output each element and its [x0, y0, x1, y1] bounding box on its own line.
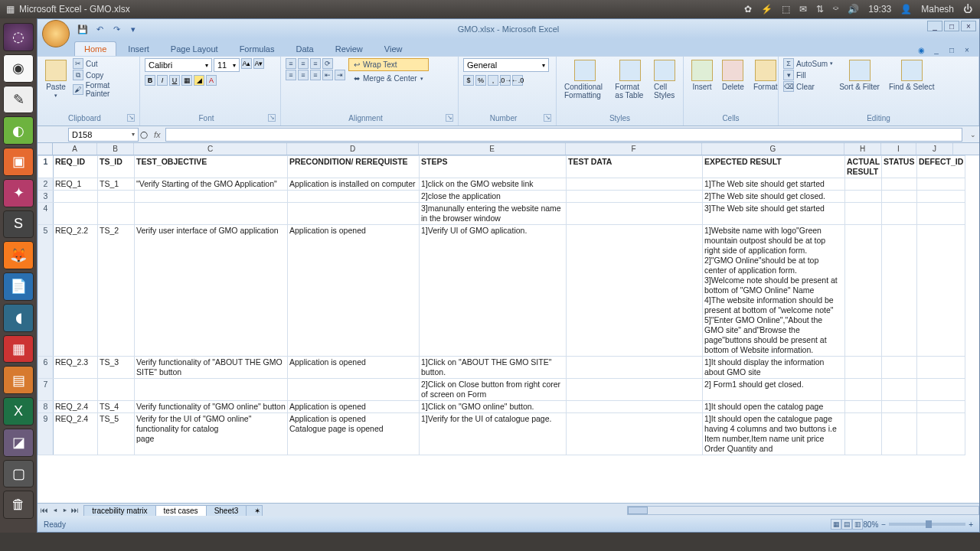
office-button[interactable] — [42, 20, 70, 47]
align-top-icon[interactable]: ≡ — [286, 58, 296, 69]
app-icon[interactable]: ◪ — [3, 429, 34, 457]
select-all-corner[interactable] — [38, 143, 53, 155]
close-button[interactable]: × — [961, 21, 976, 31]
formula-input[interactable] — [165, 128, 962, 142]
undo-icon[interactable]: ↶ — [93, 22, 106, 36]
comma-icon[interactable]: , — [488, 75, 498, 86]
zoom-level[interactable]: 80% — [863, 520, 878, 529]
wrap-text-button[interactable]: ↩Wrap Text — [348, 58, 429, 71]
sheet-tab[interactable]: Sheet3 — [206, 505, 247, 516]
app-icon[interactable]: ▦ — [3, 335, 34, 364]
horizontal-scrollbar[interactable] — [627, 506, 979, 515]
fill-color-icon[interactable]: ◢ — [194, 75, 204, 86]
name-box[interactable]: D158▾ — [68, 128, 139, 142]
chrome-icon[interactable]: ◉ — [3, 54, 34, 83]
table-row[interactable]: 6REQ_2.3TS_3Verify functionality of "ABO… — [38, 357, 965, 379]
tab-view[interactable]: View — [374, 41, 413, 56]
col-header[interactable]: I — [881, 143, 916, 155]
view-layout-icon[interactable]: ▤ — [841, 519, 852, 530]
tab-review[interactable]: Review — [325, 41, 373, 56]
cut-button[interactable]: ✂Cut — [73, 58, 135, 69]
header-row[interactable]: 1 REQ_IDTS_ID TEST_OBJECTIVEPRECONDITION… — [38, 156, 965, 178]
bold-button[interactable]: B — [145, 75, 155, 86]
paste-button[interactable]: Paste▾ — [42, 58, 70, 100]
decrease-decimal-icon[interactable]: ←.0 — [512, 75, 523, 86]
col-header[interactable]: B — [97, 143, 134, 155]
sheet-tab-active[interactable]: test cases — [155, 505, 207, 516]
app-icon[interactable]: ▤ — [3, 366, 34, 394]
insert-cells-button[interactable]: Insert — [688, 58, 716, 93]
fill-button[interactable]: ▾Fill — [783, 70, 833, 80]
cell-styles-button[interactable]: Cell Styles — [651, 58, 678, 101]
maximize-button[interactable]: □ — [944, 21, 959, 31]
wifi-icon[interactable]: ⌔ — [833, 4, 838, 15]
tab-insert[interactable]: Insert — [118, 41, 159, 56]
align-left-icon[interactable]: ≡ — [286, 70, 296, 80]
dropbox-icon[interactable]: ⬚ — [782, 4, 790, 15]
table-row[interactable]: 5REQ_2.2TS_2Verify user interface of GMO… — [38, 225, 965, 357]
decrease-indent-icon[interactable]: ⇤ — [322, 70, 333, 80]
orientation-icon[interactable]: ⟳ — [322, 58, 333, 69]
col-header[interactable]: H — [844, 143, 881, 155]
table-row[interactable]: 9REQ_2.4TS_5Verify for the UI of "GMO on… — [38, 413, 965, 455]
app-icon[interactable]: ◖ — [3, 304, 34, 332]
help-icon[interactable]: ◉ — [915, 44, 927, 56]
number-format-combo[interactable]: General▾ — [463, 58, 549, 72]
col-header[interactable]: J — [916, 143, 953, 155]
writer-icon[interactable]: 📄 — [3, 272, 34, 301]
indicator-icon[interactable]: ⚡ — [761, 4, 773, 15]
table-row[interactable]: 2REQ_1TS_1"Verify Starting of the GMO Ap… — [38, 178, 965, 191]
font-size-combo[interactable]: 11▾ — [214, 58, 240, 72]
col-header[interactable]: D — [287, 143, 419, 155]
cancel-icon[interactable]: ◯ — [139, 129, 149, 140]
system-tray[interactable]: ✿ ⚡ ⬚ ✉ ⇅ ⌔ 🔊 19:33 👤 Mahesh ⏻ — [737, 4, 980, 15]
app-icon[interactable]: ✦ — [3, 179, 34, 207]
autosum-button[interactable]: ΣAutoSum▾ — [783, 58, 833, 69]
tab-formulas[interactable]: Formulas — [230, 41, 285, 56]
new-sheet-icon[interactable]: ✶ — [246, 505, 263, 516]
qat-customize-icon[interactable]: ▾ — [126, 22, 140, 36]
format-cells-button[interactable]: Format — [750, 58, 781, 93]
shrink-font-icon[interactable]: A▾ — [253, 58, 264, 69]
find-select-button[interactable]: Find & Select — [886, 58, 937, 93]
network-icon[interactable]: ⇅ — [816, 4, 824, 15]
copy-button[interactable]: ⧉Copy — [73, 70, 135, 80]
merge-center-button[interactable]: ⬌Merge & Center▾ — [348, 72, 429, 85]
format-as-table-button[interactable]: Format as Table — [612, 58, 648, 101]
align-middle-icon[interactable]: ≡ — [298, 58, 309, 69]
restore-mdi-icon[interactable]: □ — [946, 44, 958, 56]
col-header[interactable]: G — [702, 143, 844, 155]
conditional-formatting-button[interactable]: Conditional Formatting — [561, 58, 609, 101]
align-bottom-icon[interactable]: ≡ — [310, 58, 321, 69]
spreadsheet-grid[interactable]: A B C D E F G H I J 1 REQ_IDTS_ID TEST_O… — [38, 143, 979, 503]
files-icon[interactable]: ▣ — [3, 148, 34, 176]
volume-icon[interactable]: 🔊 — [848, 4, 859, 15]
sort-filter-button[interactable]: Sort & Filter — [836, 58, 883, 93]
dash-icon[interactable]: ◌ — [3, 23, 34, 51]
font-color-icon[interactable]: A — [206, 75, 217, 86]
clock[interactable]: 19:33 — [868, 4, 891, 15]
col-header[interactable]: C — [134, 143, 287, 155]
trash-icon[interactable]: 🗑 — [3, 491, 34, 519]
user-name[interactable]: Mahesh — [921, 4, 954, 15]
gedit-icon[interactable]: ✎ — [3, 86, 34, 114]
user-icon[interactable]: 👤 — [900, 4, 912, 15]
col-header[interactable]: A — [53, 143, 97, 155]
mail-icon[interactable]: ✉ — [799, 4, 807, 15]
tab-home[interactable]: Home — [74, 41, 116, 56]
save-icon[interactable]: 💾 — [76, 22, 90, 36]
underline-button[interactable]: U — [169, 75, 180, 86]
view-normal-icon[interactable]: ▦ — [831, 519, 841, 530]
font-name-combo[interactable]: Calibri▾ — [145, 58, 212, 72]
firefox-icon[interactable]: 🦊 — [3, 241, 34, 269]
zoom-in-icon[interactable]: + — [969, 520, 973, 529]
increase-decimal-icon[interactable]: .0→ — [500, 75, 511, 86]
dialog-launcher-icon[interactable]: ↘ — [446, 114, 453, 122]
minimize-mdi-icon[interactable]: _ — [930, 44, 942, 56]
redo-icon[interactable]: ↷ — [109, 22, 123, 36]
tab-data[interactable]: Data — [286, 41, 323, 56]
indicator-icon[interactable]: ✿ — [744, 4, 752, 15]
col-header[interactable]: E — [419, 143, 566, 155]
session-icon[interactable]: ⏻ — [963, 4, 972, 15]
dialog-launcher-icon[interactable]: ↘ — [127, 114, 135, 122]
